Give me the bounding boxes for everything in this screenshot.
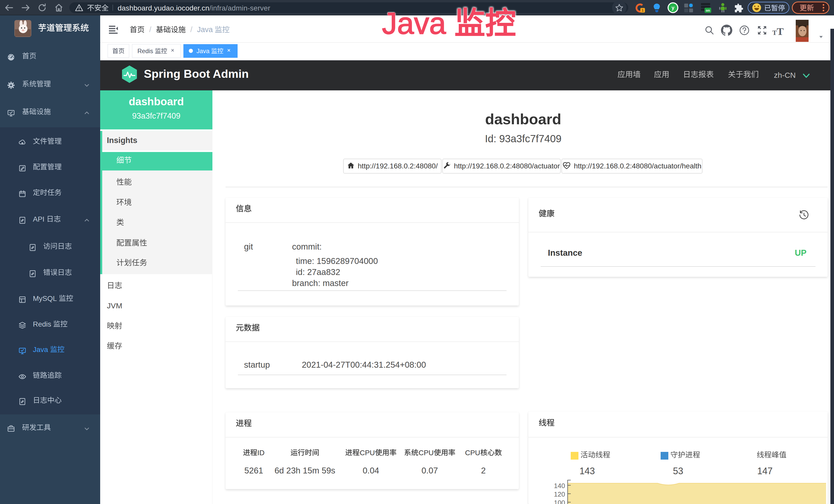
svg-text:on: on xyxy=(706,8,710,12)
svg-text:1: 1 xyxy=(642,8,644,12)
svg-text:y: y xyxy=(672,5,675,10)
